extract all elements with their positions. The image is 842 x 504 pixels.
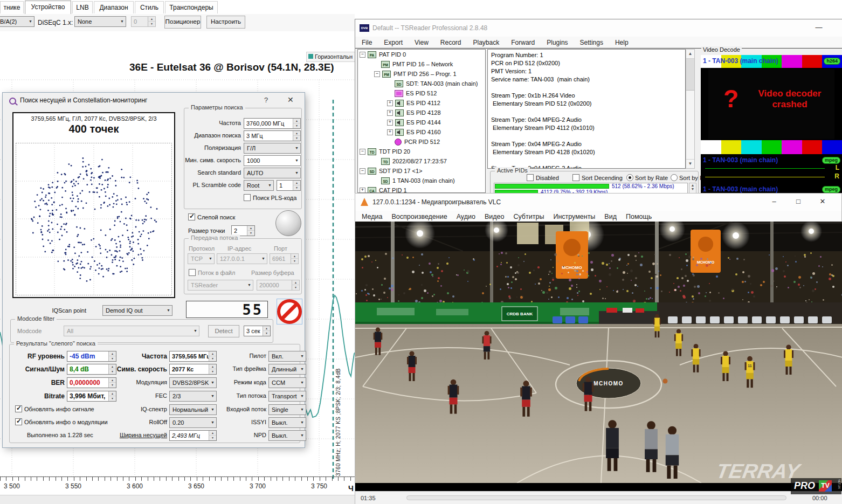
scrollbar-thumb[interactable] [686, 59, 694, 91]
expand-icon[interactable]: + [387, 100, 393, 106]
tree-item-label[interactable]: SDT PID 17 <1> [379, 168, 423, 174]
tree-item[interactable]: +ES PID 4144 [358, 118, 485, 127]
input-stream-dropdown[interactable]: Single [268, 404, 306, 415]
tab-transponders[interactable]: Транспондеры [165, 1, 218, 13]
modulation-dropdown[interactable]: DVBS2/8PSK [169, 377, 217, 388]
maximize-button[interactable]: □ [790, 197, 806, 205]
menu-item[interactable]: File [362, 39, 372, 46]
close-button[interactable]: ✕ [815, 197, 831, 205]
minimize-button[interactable]: — [811, 23, 827, 31]
pid-rate-list[interactable]: 512 (58.62% - 2.36 Mbps) 4112 (9.75% - 3… [494, 183, 688, 194]
fec-dropdown[interactable]: 2/3 [169, 391, 217, 402]
menu-item[interactable]: Export [384, 39, 403, 46]
rf-level-value[interactable]: -45 dBm [67, 351, 116, 362]
stream-to-file-checkbox[interactable] [189, 269, 196, 276]
rolloff-dropdown[interactable]: 0.20 [169, 417, 217, 428]
menu-item[interactable]: Settings [580, 39, 603, 46]
tab-device[interactable]: Устройство [25, 1, 71, 14]
tree-item[interactable]: +ES PID 4128 [358, 108, 485, 118]
disabled-checkbox[interactable] [527, 174, 534, 181]
info-scrollbar[interactable]: ▲ ▼ [686, 49, 695, 169]
pls-root-dropdown[interactable]: Root [244, 180, 274, 191]
blind-search-checkbox[interactable] [188, 213, 195, 220]
menu-item[interactable]: Воспроизведение [391, 213, 447, 220]
tab-satellite-partial[interactable]: тнике [0, 1, 24, 13]
menu-item[interactable]: Помощь [626, 213, 652, 220]
iq-spectrum-dropdown[interactable]: Нормальный [169, 404, 217, 415]
expand-icon[interactable]: + [387, 129, 393, 135]
tree-item[interactable]: TD2022/08/27 17:23:57 [358, 156, 485, 166]
tree-item-label[interactable]: ES PID 4128 [406, 109, 441, 116]
tree-item-label[interactable]: TDT PID 20 [379, 148, 410, 155]
tree-item-label[interactable]: PAT PID 0 [379, 51, 406, 58]
menu-item[interactable]: Субтитры [513, 213, 544, 220]
sort-by-rate-radio[interactable] [626, 174, 633, 181]
result-frequency-value[interactable]: 3759,565 МГц [169, 351, 217, 362]
positioner-button[interactable]: Позиционер [164, 16, 201, 29]
menu-item[interactable]: View [415, 39, 429, 46]
menu-item[interactable]: Видео [485, 213, 505, 220]
search-standard-dropdown[interactable]: AUTO [244, 168, 301, 178]
menu-item[interactable]: Аудио [457, 213, 475, 220]
npd-dropdown[interactable]: Выкл. [268, 430, 306, 441]
snr-value[interactable]: 8,4 dB [67, 364, 116, 375]
frequency-spinner[interactable]: 3760,000 МГц [244, 118, 301, 129]
menu-item[interactable]: Forward [511, 39, 535, 46]
menu-item[interactable]: Plugins [547, 39, 568, 46]
symbolrate-value[interactable]: 2077 Кс [169, 364, 217, 375]
pid-list-scrollbar[interactable]: ▲▼ [689, 183, 696, 194]
detect-interval-spinner[interactable]: 3 сек [244, 326, 271, 336]
position-spinner[interactable]: 0 [131, 16, 156, 27]
search-range-spinner[interactable]: 3 МГц [244, 130, 301, 141]
vlc-titlebar[interactable]: 127.0.0.1:1234 - Медиапроигрыватель VLC … [355, 194, 841, 211]
help-button[interactable]: ? [264, 96, 268, 104]
stop-button[interactable] [277, 299, 302, 325]
menu-item[interactable]: Инструменты [553, 213, 595, 220]
frame-type-dropdown[interactable]: Длинный [268, 364, 306, 375]
carrier-width-spinner[interactable]: 2,493 МГц [169, 430, 217, 441]
setup-button[interactable]: Настроить [206, 16, 245, 29]
menu-item[interactable]: Вид [604, 213, 617, 220]
tree-item[interactable]: PCR PID 512 [358, 137, 485, 147]
pilot-dropdown[interactable]: Вкл. [268, 351, 306, 362]
tree-item-label[interactable]: PMT PID 256 – Progr. 1 [394, 71, 457, 77]
lnb-port-combo[interactable]: B/A(2) [0, 16, 34, 27]
tree-item-label[interactable]: ES PID 4144 [406, 119, 441, 126]
program-info-pane[interactable]: Program Number: 1PCR on PID 512 (0x0200)… [487, 49, 686, 169]
code-mode-dropdown[interactable]: CCM [268, 377, 306, 388]
close-button[interactable]: ✕ [287, 95, 294, 104]
collapse-icon[interactable]: − [360, 149, 365, 155]
tree-item[interactable]: −TDTDT PID 20 [358, 147, 485, 156]
modcode-dropdown[interactable]: All [64, 326, 199, 336]
tree-item-label[interactable]: SDT: TAN-003 (main chain) [406, 80, 478, 87]
bitrate-value[interactable]: 3,996 Мбит, [67, 391, 116, 402]
min-symbolrate-combo[interactable]: 1000 [244, 155, 301, 166]
tree-item[interactable]: −SDSDT PID 17 <1> [358, 166, 485, 176]
port-spinner[interactable]: 6961 [270, 253, 299, 264]
video-area[interactable]: MCHOMO MCHOMO CRDB BANK [355, 222, 842, 483]
tree-item-label[interactable]: 1 TAN-003 (main chain) [392, 177, 455, 184]
collapse-icon[interactable]: − [360, 52, 365, 58]
menu-item[interactable]: Record [440, 39, 461, 46]
tree-item[interactable]: +CACAT PID 1 [358, 185, 485, 193]
ip-dropdown[interactable]: 127.0.0.1 [217, 253, 267, 264]
polarization-dropdown[interactable]: Г/Л [244, 143, 301, 154]
tab-lnb[interactable]: LNB [72, 1, 93, 13]
expand-icon[interactable]: + [360, 188, 365, 194]
issyi-dropdown[interactable]: Выкл. [268, 417, 306, 428]
scroll-up-icon[interactable]: ▲ [686, 50, 694, 59]
expand-icon[interactable]: + [387, 110, 393, 116]
collapse-icon[interactable]: − [374, 71, 380, 77]
iqscan-dropdown[interactable]: Demod IQ out [102, 305, 172, 316]
pid-tree-pane[interactable]: −PAPAT PID 0 PMPMT PID 16 – Network −PMP… [357, 49, 486, 193]
tab-style[interactable]: Стиль [135, 1, 164, 13]
minimize-button[interactable]: – [766, 197, 782, 205]
tree-item[interactable]: +ES PID 4112 [358, 98, 485, 108]
tree-item-label[interactable]: 2022/08/27 17:23:57 [392, 158, 447, 164]
sort-descending-checkbox[interactable] [572, 174, 579, 181]
tree-item-label[interactable]: PMT PID 16 – Network [392, 61, 453, 67]
tree-item[interactable]: SD1 TAN-003 (main chain) [358, 176, 485, 185]
update-signal-checkbox[interactable] [15, 405, 22, 412]
stream-type-dropdown[interactable]: Transport [268, 391, 306, 402]
scroll-down-icon[interactable]: ▼ [686, 159, 694, 168]
